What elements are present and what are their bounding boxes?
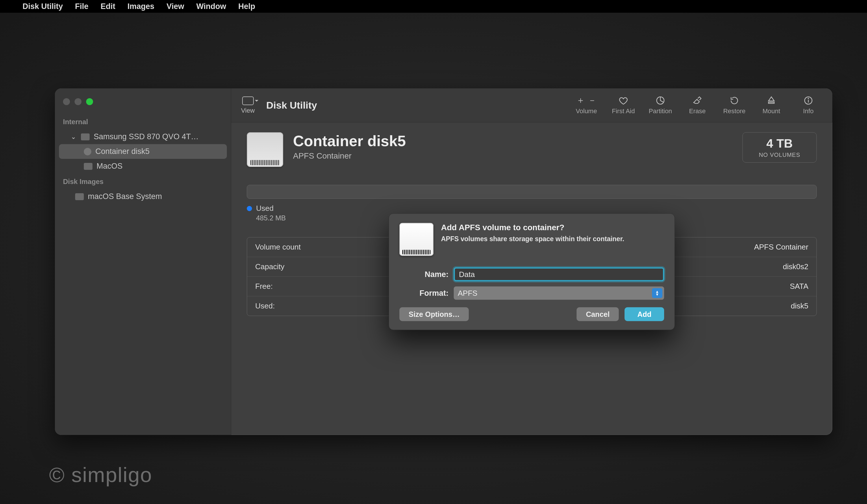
restore-icon — [729, 96, 739, 105]
toolbar-label: Restore — [723, 108, 745, 115]
toolbar-mount-button[interactable]: Mount — [758, 96, 784, 115]
partition-icon — [655, 96, 665, 105]
content-area: View Disk Utility ＋ － Volume First Aid — [231, 88, 832, 435]
window-title: Disk Utility — [266, 100, 317, 111]
toolbar-volume-button[interactable]: ＋ － Volume — [574, 96, 599, 115]
dialog-title: Add APFS volume to container? — [441, 223, 624, 232]
sidebar: Internal ⌄ Samsung SSD 870 QVO 4T… Conta… — [55, 88, 231, 435]
sidebar-section-internal: Internal — [55, 114, 231, 129]
select-arrows-icon: ▲▼ — [652, 288, 662, 298]
toolbar-erase-button[interactable]: Erase — [684, 96, 710, 115]
add-button[interactable]: Add — [624, 307, 664, 321]
volume-icon — [75, 193, 84, 200]
toolbar-label: Partition — [649, 108, 672, 115]
toolbar-view-label: View — [241, 107, 255, 114]
minimize-window-button[interactable] — [75, 98, 82, 105]
sidebar-item-macos-volume[interactable]: MacOS — [55, 159, 231, 174]
sidebar-toggle-icon — [242, 97, 254, 105]
minus-icon: － — [588, 95, 597, 106]
toolbar-view-button[interactable]: View — [231, 97, 266, 114]
menubar-item-help[interactable]: Help — [238, 2, 255, 11]
format-select-value: APFS — [458, 288, 478, 297]
size-options-button[interactable]: Size Options… — [399, 307, 469, 321]
erase-icon — [693, 96, 702, 105]
sidebar-item-base-system[interactable]: macOS Base System — [55, 189, 231, 204]
svg-point-4 — [808, 98, 809, 99]
chevron-down-icon[interactable]: ⌄ — [70, 133, 77, 141]
toolbar-label: Info — [803, 108, 814, 115]
menubar-item-view[interactable]: View — [167, 2, 184, 11]
container-icon — [84, 148, 91, 155]
hdd-icon — [81, 133, 89, 140]
sidebar-item-container-disk5[interactable]: Container disk5 — [59, 144, 227, 159]
sidebar-item-label: MacOS — [97, 162, 122, 171]
menubar-item-file[interactable]: File — [75, 2, 89, 11]
sidebar-item-physical-drive[interactable]: ⌄ Samsung SSD 870 QVO 4T… — [55, 129, 231, 144]
window-traffic-lights — [55, 94, 231, 114]
volume-icon — [84, 163, 93, 170]
plus-icon: ＋ — [576, 95, 585, 106]
sidebar-section-disk-images: Disk Images — [55, 174, 231, 189]
format-label: Format: — [399, 288, 449, 297]
sidebar-item-label: Samsung SSD 870 QVO 4T… — [94, 132, 199, 141]
svg-rect-1 — [769, 102, 774, 103]
dialog-subtitle: APFS volumes share storage space within … — [441, 235, 624, 243]
zoom-window-button[interactable] — [86, 98, 93, 105]
name-label: Name: — [399, 270, 449, 279]
toolbar-label: First Aid — [612, 108, 635, 115]
toolbar-restore-button[interactable]: Restore — [721, 96, 747, 115]
toolbar-label: Erase — [689, 108, 705, 115]
sidebar-item-label: macOS Base System — [88, 192, 162, 201]
info-icon — [803, 96, 813, 105]
disk-utility-window: Internal ⌄ Samsung SSD 870 QVO 4T… Conta… — [55, 88, 832, 435]
menubar-item-window[interactable]: Window — [196, 2, 226, 11]
drive-icon — [399, 223, 434, 256]
macos-menubar: Disk Utility File Edit Images View Windo… — [0, 0, 867, 13]
menubar-item-images[interactable]: Images — [127, 2, 154, 11]
menubar-item-edit[interactable]: Edit — [100, 2, 115, 11]
toolbar-label: Mount — [762, 108, 780, 115]
volume-name-input[interactable] — [454, 267, 664, 281]
toolbar-first-aid-button[interactable]: First Aid — [610, 96, 636, 115]
details-pane: Container disk5 APFS Container 4 TB NO V… — [231, 122, 832, 435]
cancel-button[interactable]: Cancel — [577, 307, 619, 321]
toolbar-partition-button[interactable]: Partition — [647, 96, 673, 115]
mount-icon — [767, 96, 776, 105]
first-aid-icon — [619, 96, 628, 105]
watermark: © simpligo — [49, 463, 152, 487]
sidebar-item-label: Container disk5 — [95, 147, 150, 156]
toolbar-label: Volume — [576, 108, 597, 115]
add-apfs-volume-dialog: Add APFS volume to container? APFS volum… — [389, 213, 675, 330]
close-window-button[interactable] — [63, 98, 70, 105]
format-select[interactable]: APFS ▲▼ — [454, 286, 664, 300]
toolbar-info-button[interactable]: Info — [795, 96, 821, 115]
menubar-app-name[interactable]: Disk Utility — [23, 2, 63, 11]
modal-backdrop: Add APFS volume to container? APFS volum… — [231, 122, 832, 435]
toolbar: View Disk Utility ＋ － Volume First Aid — [231, 88, 832, 122]
spacer — [474, 307, 571, 321]
